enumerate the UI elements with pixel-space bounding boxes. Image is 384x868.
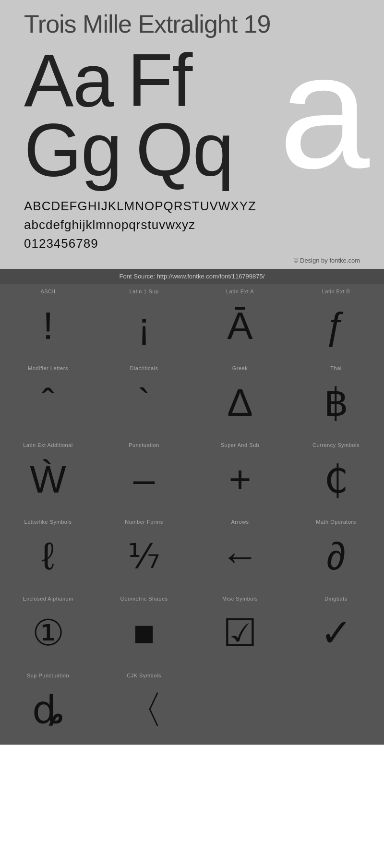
- category-label-greek: Greek: [232, 365, 248, 371]
- digits: 0123456789: [24, 234, 365, 253]
- category-label-latin-ext-additional: Latin Ext Additional: [23, 442, 73, 448]
- glyph-cell-enclosed-alphanum: Enclosed Alphanum①: [0, 591, 96, 668]
- glyph-huge-a: a: [279, 34, 370, 189]
- category-glyph-dingbats: ✓: [320, 605, 352, 661]
- glyph-cell-super-and-sub: Super And Sub+: [192, 437, 288, 514]
- glyph-gg: Gg: [24, 113, 121, 187]
- category-glyph-ascii: !: [43, 298, 53, 353]
- category-label-thai: Thai: [330, 365, 341, 371]
- font-source: Font Source: http://www.fontke.com/font/…: [0, 269, 384, 284]
- glyph-cell-latin-ext-a: Latin Ext AĀ: [192, 284, 288, 361]
- glyph-qq: Qq: [136, 113, 233, 187]
- category-label-super-and-sub: Super And Sub: [221, 442, 260, 448]
- category-glyph-arrows: ←: [221, 529, 259, 584]
- glyph-category-grid: ASCII!Latin 1 Sup¡Latin Ext AĀLatin Ext …: [0, 284, 384, 745]
- category-glyph-punctuation: –: [133, 452, 155, 507]
- category-label-cjk-symbols: CJK Symbols: [127, 673, 161, 678]
- category-label-geometric-shapes: Geometric Shapes: [120, 596, 168, 602]
- glyph-cell-latin-ext-additional: Latin Ext AdditionalẀ: [0, 437, 96, 514]
- category-glyph-diacriticals: `: [138, 375, 151, 430]
- alphabet-lower: abcdefghijklmnopqrstuvwxyz: [24, 216, 365, 234]
- glyph-aa: Aa: [24, 43, 113, 118]
- glyph-cell-currency-symbols: Currency Symbols₵: [288, 437, 384, 514]
- glyph-cell-sup-punctuation: Sup Punctuationȡ: [0, 668, 96, 745]
- copyright: © Design by fontke.com: [24, 257, 365, 264]
- category-label-arrows: Arrows: [231, 519, 249, 525]
- category-label-latin-ext-b: Latin Ext B: [322, 289, 350, 294]
- category-label-sup-punctuation: Sup Punctuation: [27, 673, 69, 678]
- glyph-cell-dingbats: Dingbats✓: [288, 591, 384, 668]
- category-label-letterlike-symbols: Letterlike Symbols: [24, 519, 72, 525]
- category-label-ascii: ASCII: [40, 289, 55, 294]
- category-label-math-operators: Math Operators: [316, 519, 356, 525]
- category-glyph-enclosed-alphanum: ①: [32, 605, 64, 661]
- glyph-cell-latin1sup: Latin 1 Sup¡: [96, 284, 192, 361]
- category-glyph-math-operators: ∂: [326, 529, 346, 584]
- category-glyph-latin-ext-b: ƒ: [325, 298, 347, 353]
- category-label-punctuation: Punctuation: [129, 442, 159, 448]
- glyph-cell-arrows: Arrows←: [192, 514, 288, 591]
- glyph-cell-latin-ext-b: Latin Ext Bƒ: [288, 284, 384, 361]
- category-glyph-letterlike-symbols: ℓ: [42, 529, 54, 584]
- glyph-cell-diacriticals: Diacriticals`: [96, 361, 192, 437]
- glyph-cell-punctuation: Punctuation–: [96, 437, 192, 514]
- glyph-cell-thai: Thai฿: [288, 361, 384, 437]
- category-glyph-cjk-symbols: 〈: [125, 682, 163, 737]
- glyph-cell-number-forms: Number Forms⅐: [96, 514, 192, 591]
- category-glyph-currency-symbols: ₵: [324, 452, 348, 507]
- category-glyph-number-forms: ⅐: [128, 529, 160, 584]
- category-glyph-latin1sup: ¡: [138, 298, 151, 353]
- preview-section: Trois Mille Extralight 19 Aa Ff Gg Qq a …: [0, 0, 384, 269]
- category-glyph-misc-symbols: ☑: [223, 605, 257, 661]
- category-label-dingbats: Dingbats: [324, 596, 347, 602]
- category-label-enclosed-alphanum: Enclosed Alphanum: [23, 596, 73, 602]
- glyph-cell-modifier-letters: Modifier Lettersˆ: [0, 361, 96, 437]
- category-label-misc-symbols: Misc Symbols: [222, 596, 258, 602]
- glyph-cell-geometric-shapes: Geometric Shapes■: [96, 591, 192, 668]
- category-label-diacriticals: Diacriticals: [130, 365, 158, 371]
- glyph-cell-misc-symbols: Misc Symbols☑: [192, 591, 288, 668]
- category-label-latin-ext-a: Latin Ext A: [226, 289, 254, 294]
- category-label-latin1sup: Latin 1 Sup: [129, 289, 158, 294]
- category-label-modifier-letters: Modifier Letters: [28, 365, 68, 371]
- category-glyph-modifier-letters: ˆ: [42, 375, 55, 430]
- category-label-currency-symbols: Currency Symbols: [312, 442, 360, 448]
- glyph-cell-math-operators: Math Operators∂: [288, 514, 384, 591]
- category-glyph-sup-punctuation: ȡ: [32, 682, 64, 737]
- glyph-ff: Ff: [128, 43, 192, 118]
- category-label-number-forms: Number Forms: [125, 519, 163, 525]
- glyph-cell-letterlike-symbols: Letterlike Symbolsℓ: [0, 514, 96, 591]
- glyph-cell-greek: GreekΔ: [192, 361, 288, 437]
- category-glyph-greek: Δ: [227, 375, 252, 430]
- category-glyph-geometric-shapes: ■: [133, 605, 155, 661]
- category-glyph-thai: ฿: [324, 375, 348, 430]
- glyph-cell-ascii: ASCII!: [0, 284, 96, 361]
- glyph-cell-cjk-symbols: CJK Symbols〈: [96, 668, 192, 745]
- dark-section: Font Source: http://www.fontke.com/font/…: [0, 269, 384, 745]
- category-glyph-super-and-sub: +: [229, 452, 252, 507]
- category-glyph-latin-ext-a: Ā: [227, 298, 252, 353]
- category-glyph-latin-ext-additional: Ẁ: [30, 452, 66, 507]
